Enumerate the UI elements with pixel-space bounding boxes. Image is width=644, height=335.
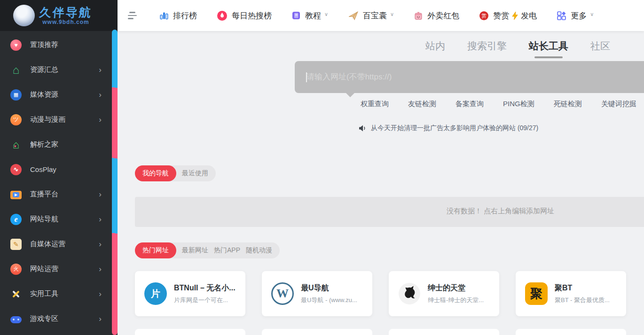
tool-tab-weight-query[interactable]: 权重查询	[361, 100, 389, 109]
empty-state-text: 没有数据！ 点右上角编辑添加网址	[447, 207, 554, 216]
tool-tab-icp-query[interactable]: 备案查询	[456, 100, 484, 109]
search-box-pointer	[346, 93, 354, 97]
brand-domain: www.9bdh.com	[42, 19, 89, 25]
site-card[interactable]	[135, 329, 245, 335]
my-nav-empty-state: 没有数据！ 点右上角编辑添加网址	[135, 197, 644, 227]
tools-icon	[10, 288, 22, 300]
site-cards-row: 片 BTNull – 无名小... 片库网是一个可在... W 最U导航 最U导…	[135, 271, 626, 316]
sidebar-item-games[interactable]: 游戏专区 ›	[0, 306, 118, 331]
bar-chart-icon	[159, 11, 169, 20]
sidebar-item-resources[interactable]: 资源汇总 ›	[0, 57, 118, 82]
site-card-gentleman[interactable]: 绅士的天堂 绅士猫-绅士的天堂...	[389, 271, 499, 316]
search-category-tabs: 站内 搜索引擎 站长工具 社区	[118, 39, 610, 58]
chevron-down-icon: ∨	[590, 11, 594, 17]
house-icon	[10, 64, 22, 76]
site-card[interactable]	[516, 329, 626, 335]
sidebar-item-tools[interactable]: 实用工具 ›	[0, 281, 118, 306]
site-card[interactable]	[389, 329, 499, 335]
sidebar-item-top-picks[interactable]: 置顶推荐	[0, 32, 118, 57]
chevron-right-icon: ›	[99, 265, 102, 273]
tab-my-navigation[interactable]: 我的导航	[135, 165, 176, 181]
sidebar-item-label: 自媒体运营	[30, 240, 65, 249]
tab-webmaster-tools[interactable]: 站长工具	[529, 39, 568, 58]
sidebar-item-label: 解析之家	[30, 140, 58, 149]
tab-hot-apps[interactable]: 热门APP	[214, 246, 240, 255]
brand-avatar	[13, 5, 35, 26]
sidebar-item-media[interactable]: 媒体资源 ›	[0, 82, 118, 107]
card-title: BTNull – 无名小...	[174, 283, 236, 293]
nav-item-more[interactable]: 更多 ∨	[557, 10, 594, 21]
sidebar-item-label: 动漫与漫画	[30, 115, 65, 124]
tab-recently-used[interactable]: 最近使用	[182, 169, 208, 178]
brand-title: 久伴导航	[39, 6, 93, 18]
nav-item-hot-search[interactable]: 每日热搜榜	[217, 10, 272, 21]
card-desc: 聚BT - 聚合最优质...	[555, 296, 610, 304]
jubt-favicon: 聚	[525, 282, 548, 305]
sidebar-item-label: 游戏专区	[30, 314, 58, 323]
site-card-jubt[interactable]: 聚 聚BT 聚BT - 聚合最优质...	[516, 271, 626, 316]
card-title: 绅士的天堂	[428, 283, 484, 293]
sidebar-item-label: 网站导航	[30, 215, 58, 224]
chevron-right-icon: ›	[99, 116, 102, 124]
heartbeat-icon	[10, 164, 22, 175]
sidebar-item-anime[interactable]: 动漫与漫画 ›	[0, 107, 118, 132]
sidebar-item-cosplay[interactable]: CosPlay	[0, 157, 118, 182]
sidebar-item-webnav[interactable]: 网站导航 ›	[0, 207, 118, 232]
paper-plane-icon	[348, 10, 359, 21]
book-icon	[291, 11, 301, 20]
card-desc: 最U导航 - (www.zu...	[301, 296, 357, 304]
sidebar-item-live[interactable]: 直播平台 ›	[0, 182, 118, 207]
tab-newest-sites[interactable]: 最新网址	[182, 246, 208, 255]
tab-onsite[interactable]: 站内	[425, 39, 445, 58]
nav-item-ranking[interactable]: 排行榜	[159, 10, 197, 21]
hamburger-menu-icon[interactable]	[128, 12, 137, 19]
tool-tab-deadlink-check[interactable]: 死链检测	[554, 100, 582, 109]
sidebar-menu: 置顶推荐 资源汇总 › 媒体资源 › 动漫与漫画 › 解析之家 CosPlay …	[0, 31, 118, 331]
tab-random-anime[interactable]: 随机动漫	[246, 246, 272, 255]
chevron-down-icon: ∨	[390, 11, 394, 17]
decorative-scrollbar[interactable]	[112, 30, 118, 335]
nav-item-treasure[interactable]: 百宝囊 ∨	[348, 10, 394, 21]
card-title: 聚BT	[555, 283, 610, 293]
nav-item-tutorial[interactable]: 教程 ∨	[291, 10, 328, 21]
site-card[interactable]	[262, 329, 372, 335]
site-cards-row-2	[135, 329, 626, 335]
nav-item-takeout[interactable]: 外卖红包	[414, 10, 459, 21]
search-input[interactable]	[295, 61, 644, 93]
nav-label: 排行榜	[173, 10, 197, 21]
tool-tab-friendlink-check[interactable]: 友链检测	[408, 100, 436, 109]
sidebar-item-selfmedia[interactable]: 自媒体运营 ›	[0, 232, 118, 257]
fire-icon	[10, 264, 22, 275]
tool-tabs: 权重查询 友链检测 备案查询 PING检测 死链检测 关键词挖掘	[361, 100, 636, 109]
site-logo[interactable]: 久伴导航 www.9bdh.com	[0, 0, 118, 31]
tv-icon	[10, 191, 22, 199]
grid-more-icon	[557, 11, 566, 21]
sidebar-item-label: 置顶推荐	[30, 40, 58, 49]
nav-label: 每日热搜榜	[232, 10, 272, 21]
black-cat-favicon	[398, 282, 421, 305]
chevron-down-icon: ∨	[324, 11, 328, 17]
fire-circle-icon	[217, 10, 228, 21]
site-card-zuiu[interactable]: W 最U导航 最U导航 - (www.zu...	[262, 271, 372, 316]
brand-text: 久伴导航 www.9bdh.com	[39, 6, 92, 25]
btnull-favicon: 片	[144, 282, 167, 305]
sidebar-item-label: CosPlay	[30, 165, 56, 173]
heart-icon	[10, 39, 22, 51]
gamepad-icon	[10, 316, 22, 323]
nav-label: 发电	[521, 10, 537, 21]
tab-hot-sites[interactable]: 热门网址	[135, 242, 176, 258]
nav-item-sponsor[interactable]: 赏 赞赏 发电	[479, 10, 537, 21]
site-card-btnull[interactable]: 片 BTNull – 无名小... 片库网是一个可在...	[135, 271, 245, 316]
tool-tab-keyword-mining[interactable]: 关键词挖掘	[601, 100, 636, 109]
main-content: 排行榜 每日热搜榜 教程 ∨ 百宝囊 ∨	[118, 0, 644, 335]
chevron-right-icon: ›	[99, 91, 102, 99]
tool-tab-ping-check[interactable]: PING检测	[503, 100, 534, 109]
announcement-bar[interactable]: 从今天开始清理一批广告太多影响用户体验的网站 (09/27)	[358, 124, 538, 132]
tab-community[interactable]: 社区	[590, 39, 610, 58]
pen-icon	[10, 239, 22, 250]
sidebar-item-label: 直播平台	[30, 190, 58, 199]
sidebar-item-parser[interactable]: 解析之家	[0, 132, 118, 157]
sidebar-item-siteops[interactable]: 网站运营 ›	[0, 257, 118, 281]
card-desc: 绅士猫-绅士的天堂...	[428, 296, 484, 304]
tab-search-engines[interactable]: 搜索引擎	[467, 39, 507, 58]
